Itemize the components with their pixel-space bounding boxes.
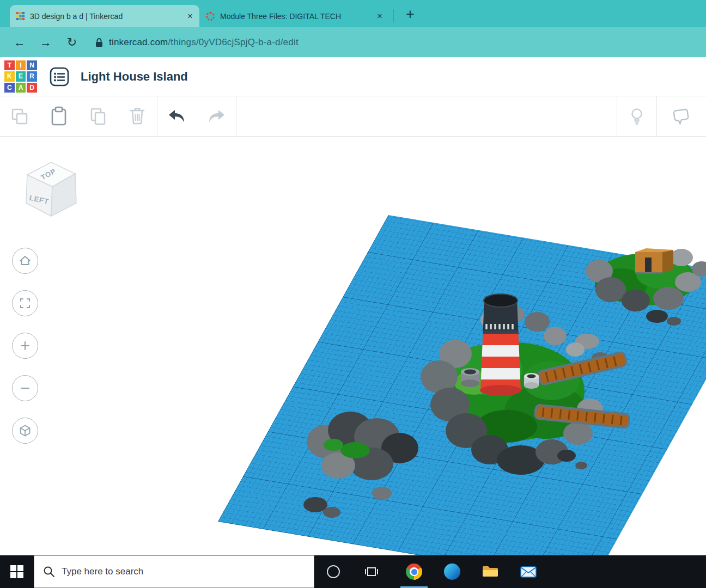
redo-icon	[206, 109, 226, 124]
mail-taskbar-button[interactable]	[509, 555, 547, 588]
design-title[interactable]: Light House Island	[81, 70, 188, 84]
hut-door	[645, 258, 652, 273]
new-tab-button[interactable]: +	[406, 7, 415, 22]
close-icon[interactable]: ×	[377, 11, 382, 21]
tab-title: Module Three Files: DIGITAL TECH	[220, 12, 372, 21]
plus-icon	[18, 339, 32, 353]
notes-icon	[671, 106, 692, 127]
logo-letter: T	[4, 60, 15, 71]
logo-letter: K	[4, 71, 15, 82]
fit-view-icon	[18, 296, 32, 310]
edge-taskbar-button[interactable]	[433, 555, 471, 588]
lightbulb-icon	[629, 107, 645, 126]
tab-separator	[393, 9, 394, 22]
hut-side	[662, 250, 673, 273]
perspective-cube-icon	[18, 424, 32, 438]
undo-icon	[167, 109, 187, 124]
url-domain: tinkercad.com	[109, 37, 168, 47]
tab-title: 3D design b a d | Tinkercad	[30, 12, 182, 21]
logo-letter: C	[4, 83, 15, 93]
task-view-icon	[364, 566, 379, 578]
lock-icon	[95, 37, 104, 48]
taskbar-search-input[interactable]	[62, 566, 290, 577]
back-button[interactable]: ←	[7, 35, 33, 50]
small-island-with-hut[interactable]	[586, 248, 706, 326]
logo-letter: A	[16, 83, 26, 93]
undo-button[interactable]	[157, 96, 197, 136]
rock-cluster[interactable]	[303, 412, 418, 518]
url-path: /things/0yVD6cjSpjQ-b-a-d/edit	[168, 37, 298, 47]
chrome-taskbar-button[interactable]	[395, 555, 433, 588]
desktop: 3D design b a d | Tinkercad × Module Thr…	[0, 0, 706, 588]
toolbar-spacer	[236, 96, 617, 136]
view-cube[interactable]: TOP LEFT	[19, 153, 83, 225]
windows-taskbar	[0, 555, 706, 588]
close-icon[interactable]: ×	[187, 11, 193, 21]
design-canvas[interactable]: TOP LEFT	[0, 137, 706, 555]
scattered-rocks[interactable]	[557, 450, 587, 469]
cortana-button[interactable]	[314, 555, 352, 588]
logo-letter: E	[16, 71, 26, 82]
fit-view-button[interactable]	[12, 290, 38, 316]
tab-strip: 3D design b a d | Tinkercad × Module Thr…	[0, 0, 706, 27]
file-explorer-taskbar-button[interactable]	[471, 555, 509, 588]
tab-module-files[interactable]: Module Three Files: DIGITAL TECH ×	[199, 5, 389, 27]
minus-icon	[18, 381, 32, 395]
delete-button[interactable]	[118, 96, 157, 136]
logo-letter: N	[27, 60, 37, 71]
address-bar: ← → ↻ tinkercad.com/things/0yVD6cjSpjQ-b…	[0, 27, 706, 57]
forward-button[interactable]: →	[33, 35, 59, 50]
perspective-toggle-button[interactable]	[12, 418, 38, 444]
search-icon	[43, 566, 55, 578]
paste-icon	[50, 106, 68, 126]
zoom-in-button[interactable]	[12, 333, 38, 359]
canvas-favicon	[206, 12, 215, 21]
list-menu-icon	[49, 66, 70, 87]
zoom-out-button[interactable]	[12, 375, 38, 401]
duplicate-button[interactable]	[78, 96, 118, 136]
copy-icon	[10, 107, 29, 126]
start-button[interactable]	[0, 555, 34, 588]
logo-letter: R	[27, 71, 37, 82]
tinkercad-favicon	[16, 12, 25, 20]
home-icon	[18, 254, 32, 268]
logo-letter: I	[16, 60, 26, 71]
tab-tinkercad[interactable]: 3D design b a d | Tinkercad ×	[10, 5, 199, 27]
app-header: TIN KER CAD Light House Island	[0, 57, 706, 96]
file-explorer-icon	[482, 565, 498, 578]
url-bar[interactable]: tinkercad.com/things/0yVD6cjSpjQ-b-a-d/e…	[109, 37, 299, 48]
logo-letter: D	[27, 83, 37, 93]
home-view-button[interactable]	[12, 248, 38, 274]
cortana-icon	[327, 565, 340, 578]
copy-button[interactable]	[0, 96, 39, 136]
redo-button[interactable]	[197, 96, 236, 136]
taskbar-search[interactable]	[34, 555, 314, 588]
editor-toolbar	[0, 96, 706, 137]
duplicate-icon	[89, 107, 107, 126]
trash-icon	[129, 107, 145, 126]
edge-icon	[444, 564, 460, 580]
mail-icon	[520, 566, 537, 578]
windows-logo-icon	[10, 565, 23, 578]
notes-button[interactable]	[657, 96, 706, 136]
chrome-icon	[406, 564, 422, 580]
tips-button[interactable]	[617, 96, 656, 136]
task-view-button[interactable]	[352, 555, 391, 588]
paste-button[interactable]	[39, 96, 78, 136]
design-menu-button[interactable]	[49, 66, 70, 87]
tinkercad-logo[interactable]: TIN KER CAD	[4, 60, 37, 93]
reload-button[interactable]: ↻	[59, 35, 85, 50]
scene-objects	[0, 137, 706, 555]
